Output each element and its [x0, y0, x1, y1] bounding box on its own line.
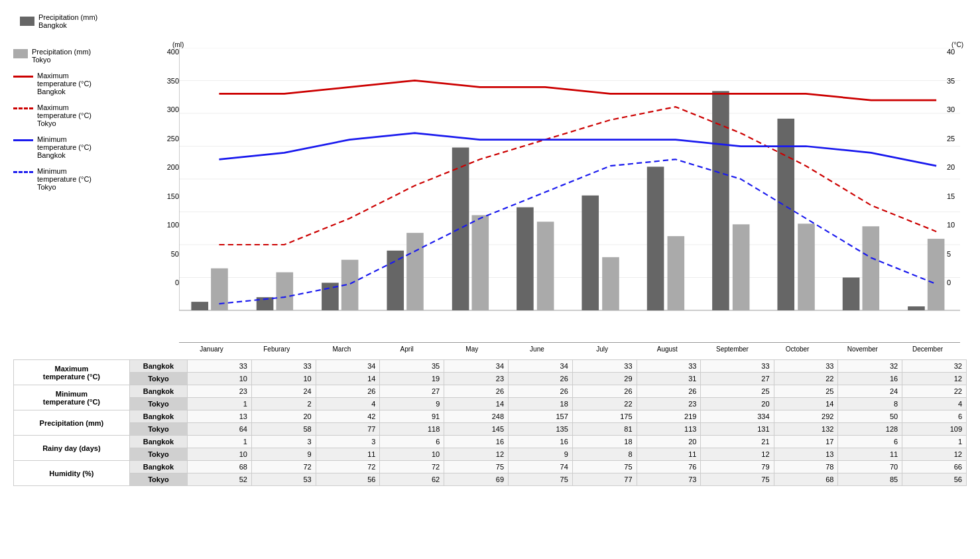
- table-row: Humidity (%) Bangkok 68 72 72 72 75 74 7…: [14, 461, 967, 473]
- chart-svg: [179, 48, 960, 340]
- bar-tokyo-nov: [862, 226, 879, 310]
- cell: 9: [251, 448, 316, 461]
- legend-label-min-tokyo: Minimumtemperature (°C)Tokyo: [37, 167, 92, 191]
- cell: 22: [902, 385, 967, 398]
- cell: 14: [444, 398, 509, 410]
- city-label-bangkok-min: Bangkok: [129, 385, 187, 398]
- cell: 26: [509, 385, 573, 398]
- cell: 66: [902, 461, 967, 473]
- y-left-50: 50: [171, 250, 179, 258]
- cell: 17: [774, 436, 838, 448]
- cell: 33: [637, 360, 701, 373]
- row-header-precip: Precipitation (mm): [14, 410, 130, 436]
- cell: 1: [188, 436, 252, 448]
- cell: 118: [380, 423, 444, 436]
- line-max-temp-bangkok: [219, 81, 936, 101]
- cell: 8: [572, 448, 637, 461]
- cell: 12: [902, 448, 967, 461]
- cell: 33: [188, 360, 252, 373]
- y-right-20: 20: [947, 163, 955, 171]
- cell: 78: [774, 461, 838, 473]
- cell: 18: [509, 398, 573, 410]
- cell: 53: [251, 473, 316, 486]
- cell: 6: [902, 410, 967, 423]
- cell: 14: [774, 398, 838, 410]
- cell: 9: [509, 448, 573, 461]
- legend-label-max-tokyo: Maximumtemperature (°C)Tokyo: [37, 103, 92, 127]
- row-header-max-temp: Maximumtemperature (°C): [14, 360, 130, 385]
- cell: 34: [509, 360, 573, 373]
- cell: 74: [509, 461, 573, 473]
- cell: 26: [316, 385, 380, 398]
- y-left-100: 100: [167, 221, 179, 229]
- cell: 19: [380, 373, 444, 385]
- cell: 26: [444, 385, 509, 398]
- bar-bangkok-aug: [647, 166, 664, 310]
- table-row: Tokyo 10 10 14 19 23 26 29 31 27 22 16 1…: [14, 373, 967, 385]
- y-right-10: 10: [947, 221, 955, 229]
- cell: 22: [774, 373, 838, 385]
- cell: 26: [509, 373, 573, 385]
- bar-bangkok-dec: [908, 306, 925, 310]
- bar-tokyo-apr: [406, 233, 424, 310]
- cell: 64: [188, 423, 252, 436]
- cell: 6: [380, 436, 444, 448]
- cell: 33: [774, 360, 838, 373]
- cell: 25: [701, 385, 774, 398]
- x-label-feb: Feburary: [244, 343, 309, 353]
- cell: 75: [572, 461, 637, 473]
- x-label-nov: November: [830, 343, 895, 353]
- cell: 23: [188, 385, 252, 398]
- cell: 27: [380, 385, 444, 398]
- cell: 175: [572, 410, 637, 423]
- legend-box-precip-bangkok: [20, 17, 34, 26]
- bar-tokyo-sep: [733, 224, 750, 310]
- y-left-200: 200: [167, 163, 179, 171]
- city-label-bangkok-rainy: Bangkok: [129, 436, 187, 448]
- x-label-dec: December: [895, 343, 960, 353]
- line-min-temp-bangkok: [219, 133, 936, 166]
- cell: 75: [701, 473, 774, 486]
- bar-tokyo-aug: [668, 236, 685, 310]
- bar-tokyo-jul: [602, 257, 619, 310]
- legend-panel: Precipitation (mm)Tokyo Maximumtemperatu…: [13, 34, 146, 353]
- bar-tokyo-jun: [537, 221, 554, 310]
- cell: 6: [838, 436, 902, 448]
- cell: 11: [838, 448, 902, 461]
- x-label-jun: June: [505, 343, 570, 353]
- cell: 334: [701, 410, 774, 423]
- cell: 75: [444, 461, 509, 473]
- cell: 12: [902, 373, 967, 385]
- y-left-300: 300: [167, 105, 179, 113]
- y-left-250: 250: [167, 135, 179, 143]
- cell: 26: [637, 385, 701, 398]
- cell: 16: [838, 373, 902, 385]
- cell: 52: [188, 473, 252, 486]
- cell: 145: [444, 423, 509, 436]
- bar-bangkok-jul: [582, 196, 599, 310]
- bar-tokyo-may: [471, 215, 489, 310]
- y-right-0: 0: [947, 279, 951, 286]
- cell: 131: [701, 423, 774, 436]
- cell: 157: [509, 410, 573, 423]
- city-label-tokyo-max: Tokyo: [129, 373, 187, 385]
- bar-tokyo-feb: [276, 273, 293, 310]
- cell: 132: [774, 423, 838, 436]
- y-right-30: 30: [947, 105, 955, 113]
- cell: 33: [251, 360, 316, 373]
- cell: 1: [902, 436, 967, 448]
- cell: 73: [637, 473, 701, 486]
- cell: 72: [251, 461, 316, 473]
- cell: 219: [637, 410, 701, 423]
- bar-bangkok-may: [452, 147, 469, 310]
- main-container: Precipitation (mm)Bangkok Precipitation …: [13, 13, 967, 486]
- bar-bangkok-jan: [191, 302, 208, 310]
- cell: 14: [316, 373, 380, 385]
- cell: 11: [316, 448, 380, 461]
- table-row: Rainy day (days) Bangkok 1 3 3 6 16 16 1…: [14, 436, 967, 448]
- bar-bangkok-jun: [517, 208, 534, 310]
- cell: 77: [572, 473, 637, 486]
- cell: 292: [774, 410, 838, 423]
- cell: 18: [572, 436, 637, 448]
- city-label-bangkok-precip: Bangkok: [129, 410, 187, 423]
